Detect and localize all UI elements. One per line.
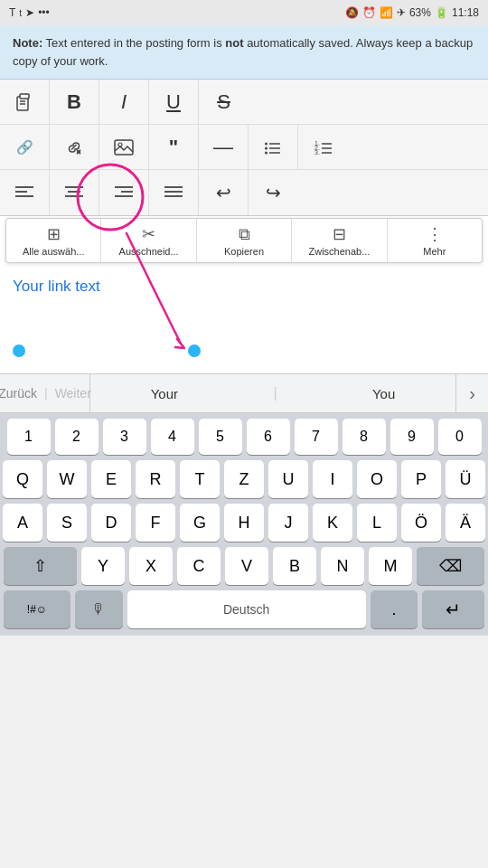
return-key[interactable]: ↵ xyxy=(422,590,484,628)
align-center-button[interactable] xyxy=(50,170,99,215)
hr-button[interactable]: — xyxy=(199,125,249,170)
nav-separator: | xyxy=(44,386,48,401)
key-2[interactable]: 2 xyxy=(55,419,99,455)
image-button[interactable] xyxy=(99,125,149,170)
underline-button[interactable]: U xyxy=(149,80,199,125)
alarm-icon: ⏰ xyxy=(362,6,376,19)
list-ul-button[interactable] xyxy=(249,125,298,170)
wifi-icon: 📶 xyxy=(380,6,393,19)
key-ue[interactable]: Ü xyxy=(446,460,485,498)
status-right-icons: 🔕 ⏰ 📶 ✈ 63% 🔋 11:18 xyxy=(345,6,479,19)
space-key[interactable]: Deutsch xyxy=(127,590,366,628)
airplane-icon: ✈ xyxy=(397,6,406,19)
note-bar: Note: Text entered in the posting form i… xyxy=(0,25,488,80)
redo-button[interactable]: ↪ xyxy=(249,170,298,215)
key-c[interactable]: C xyxy=(177,547,221,585)
key-f[interactable]: F xyxy=(136,504,175,542)
back-button[interactable]: Zurück xyxy=(0,386,37,401)
qwertz-row: Q W E R T Z U I O P Ü xyxy=(4,460,484,498)
key-q[interactable]: Q xyxy=(3,460,42,498)
key-r[interactable]: R xyxy=(136,460,175,498)
list-ol-button[interactable]: 1.2.3. xyxy=(298,125,348,170)
link-text: Your link text xyxy=(13,278,100,296)
mic-key[interactable]: 🎙 xyxy=(75,590,123,628)
kb-expand-button[interactable]: › xyxy=(455,374,488,412)
status-bar: T t ➤ ••• 🔕 ⏰ 📶 ✈ 63% 🔋 11:18 xyxy=(0,0,488,25)
status-icon-telegram: ➤ xyxy=(25,6,34,19)
key-j[interactable]: J xyxy=(268,504,308,542)
paste-label: Zwischenab... xyxy=(308,246,370,257)
cut-label: Ausschneid... xyxy=(119,246,179,257)
delete-key[interactable]: ⌫ xyxy=(417,547,484,585)
svg-point-10 xyxy=(265,151,267,154)
asdf-row: A S D F G H J K L Ö Ä xyxy=(4,504,484,542)
link-button[interactable]: 🔗 xyxy=(0,125,50,170)
key-i[interactable]: I xyxy=(313,460,352,498)
italic-button[interactable]: I xyxy=(99,80,149,125)
yxcvbnm-row: ⇧ Y X C V B N M ⌫ xyxy=(4,547,484,585)
key-k[interactable]: K xyxy=(313,504,352,542)
cut-button[interactable]: ✂ Ausschneid... xyxy=(101,219,196,262)
key-v[interactable]: V xyxy=(225,547,268,585)
key-g[interactable]: G xyxy=(180,504,220,542)
editor-content[interactable]: Your link text xyxy=(0,265,488,373)
strikethrough-button[interactable]: S xyxy=(199,80,249,125)
expand-icon: › xyxy=(469,383,475,404)
suggestion-your[interactable]: Your xyxy=(144,382,185,405)
key-3[interactable]: 3 xyxy=(103,419,146,455)
time: 11:18 xyxy=(452,6,479,19)
key-6[interactable]: 6 xyxy=(247,419,290,455)
key-4[interactable]: 4 xyxy=(151,419,194,455)
key-1[interactable]: 1 xyxy=(7,419,51,455)
key-ae[interactable]: Ä xyxy=(446,504,485,542)
key-z[interactable]: Z xyxy=(224,460,264,498)
key-n[interactable]: N xyxy=(321,547,364,585)
shift-key[interactable]: ⇧ xyxy=(4,547,77,585)
keyboard-toolbar: Zurück | Weiter Your | You › xyxy=(0,373,488,413)
key-b[interactable]: B xyxy=(273,547,316,585)
key-l[interactable]: L xyxy=(357,504,397,542)
unlink-button[interactable] xyxy=(50,125,99,170)
select-all-button[interactable]: ⊞ Alle auswäh... xyxy=(6,219,101,262)
key-m[interactable]: M xyxy=(369,547,412,585)
key-5[interactable]: 5 xyxy=(199,419,242,455)
key-9[interactable]: 9 xyxy=(390,419,434,455)
key-oe[interactable]: Ö xyxy=(401,504,441,542)
selection-handle-right xyxy=(188,344,201,357)
key-h[interactable]: H xyxy=(224,504,264,542)
key-x[interactable]: X xyxy=(129,547,173,585)
more-button[interactable]: ⋮ Mehr xyxy=(388,219,482,262)
key-0[interactable]: 0 xyxy=(438,419,482,455)
key-p[interactable]: P xyxy=(401,460,441,498)
key-y[interactable]: Y xyxy=(81,547,125,585)
key-u[interactable]: U xyxy=(268,460,308,498)
key-8[interactable]: 8 xyxy=(343,419,386,455)
key-a[interactable]: A xyxy=(3,504,42,542)
quote-button[interactable]: " xyxy=(149,125,199,170)
key-7[interactable]: 7 xyxy=(295,419,338,455)
key-e[interactable]: E xyxy=(91,460,131,498)
suggestion-you[interactable]: You xyxy=(365,382,402,405)
key-w[interactable]: W xyxy=(47,460,87,498)
bottom-row: !#☺ 🎙 Deutsch . ↵ xyxy=(4,590,484,636)
forward-button[interactable]: Weiter xyxy=(55,386,91,401)
key-t[interactable]: T xyxy=(180,460,220,498)
toolbar-row-1: B I U S xyxy=(0,80,488,125)
bold-button[interactable]: B xyxy=(50,80,99,125)
align-right-button[interactable] xyxy=(99,170,149,215)
battery-icon: 🔋 xyxy=(435,6,448,19)
svg-point-8 xyxy=(265,142,267,145)
align-justify-button[interactable] xyxy=(149,170,199,215)
symbol-key[interactable]: !#☺ xyxy=(4,590,70,628)
key-d[interactable]: D xyxy=(91,504,131,542)
suggestion-divider: | xyxy=(273,385,277,401)
editor-container: Note: Text entered in the posting form i… xyxy=(0,25,488,373)
undo-button[interactable]: ↩ xyxy=(199,170,249,215)
key-s[interactable]: S xyxy=(47,504,87,542)
paste-button[interactable] xyxy=(0,80,50,125)
align-left-button[interactable] xyxy=(0,170,50,215)
key-o[interactable]: O xyxy=(357,460,397,498)
copy-button[interactable]: ⧉ Kopieren xyxy=(197,219,292,262)
paste-clipboard-button[interactable]: ⊟ Zwischenab... xyxy=(292,219,387,262)
dot-key[interactable]: . xyxy=(371,590,418,628)
